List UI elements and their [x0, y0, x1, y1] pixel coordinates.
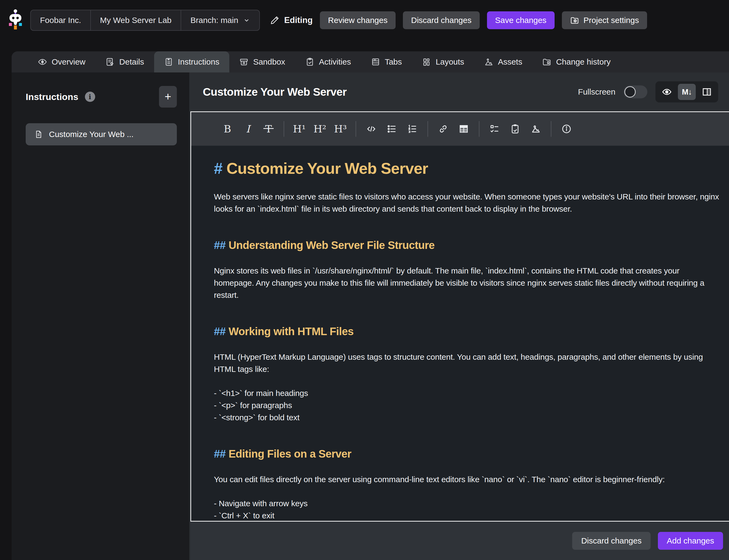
footer-discard-changes-button[interactable]: Discard changes	[572, 532, 650, 550]
tab-details[interactable]: Details	[95, 51, 154, 72]
table-icon	[458, 124, 469, 134]
insert-image-button[interactable]	[527, 119, 545, 139]
image-icon	[530, 124, 541, 134]
tab-label: Overview	[52, 57, 85, 66]
h1-text: Customize Your Web Server	[226, 159, 428, 177]
link-button[interactable]	[434, 119, 452, 139]
heading1-icon: H¹	[293, 123, 305, 135]
preview-mode-button[interactable]	[658, 84, 676, 100]
split-pane-icon	[702, 87, 712, 97]
layout-grid-icon	[422, 57, 431, 66]
tab-assets[interactable]: Assets	[474, 51, 532, 72]
tab-activities[interactable]: Activities	[295, 51, 361, 72]
sidebar-item-label: Customize Your Web ...	[49, 130, 134, 139]
tab-overview[interactable]: Overview	[28, 51, 95, 72]
tab-sandbox[interactable]: Sandbox	[229, 51, 295, 72]
sidebar-title: Instructions	[26, 92, 78, 102]
markdown-editor: B I T H¹ H² H³	[190, 111, 729, 522]
heading3-icon: H³	[334, 123, 346, 135]
breadcrumb: Foobar Inc. My Web Server Lab Branch: ma…	[30, 10, 260, 31]
markdown-document[interactable]: # Customize Your Web Server Web servers …	[191, 146, 729, 521]
bold-button[interactable]: B	[218, 119, 236, 139]
markdown-icon: M↓	[682, 88, 692, 96]
image-mountain-icon	[484, 57, 493, 66]
doc-list-item: - `<strong>` for bold text	[214, 411, 719, 424]
editing-mode-indicator: Editing	[270, 15, 312, 25]
tab-label: Change history	[556, 57, 611, 66]
task-list-button[interactable]	[486, 119, 504, 139]
editing-label: Editing	[284, 15, 312, 25]
eye-icon	[662, 87, 672, 97]
table-button[interactable]	[455, 119, 473, 139]
workspace-body: Instructions i + Customize Your Web ... …	[12, 72, 729, 560]
save-changes-label: Save changes	[495, 16, 547, 25]
sidebar-item-customize-your-web[interactable]: Customize Your Web ...	[26, 123, 177, 145]
bullet-list-icon	[387, 124, 397, 134]
doc-paragraph: Nginx stores its web files in `/usr/shar…	[214, 265, 719, 301]
fullscreen-toggle[interactable]	[624, 85, 647, 98]
h2-text: Editing Files on a Server	[228, 448, 351, 460]
info-button[interactable]	[558, 119, 575, 139]
info-icon[interactable]: i	[85, 92, 95, 102]
strikethrough-button[interactable]: T	[259, 119, 277, 139]
fullscreen-label: Fullscreen	[578, 87, 615, 96]
save-changes-button[interactable]: Save changes	[487, 11, 555, 29]
footer-add-changes-button[interactable]: Add changes	[658, 532, 723, 550]
clipboard-bookmark-button[interactable]	[506, 119, 524, 139]
link-icon	[438, 124, 449, 134]
h2-hashes: ##	[214, 325, 226, 337]
review-changes-button[interactable]: Review changes	[320, 11, 396, 29]
branch-dropdown[interactable]: Branch: main	[181, 10, 259, 30]
tab-layouts[interactable]: Layouts	[412, 51, 474, 72]
discard-changes-button[interactable]: Discard changes	[403, 11, 480, 29]
tab-label: Layouts	[436, 57, 464, 66]
heading2-icon: H²	[313, 123, 326, 135]
heading3-button[interactable]: H³	[331, 119, 349, 139]
heading1-button[interactable]: H¹	[290, 119, 308, 139]
folder-bookmark-icon	[542, 57, 551, 66]
toolbar-divider	[479, 121, 480, 137]
toolbar-divider	[551, 121, 551, 137]
bullet-list-button[interactable]	[383, 119, 401, 139]
notebook-icon	[164, 57, 173, 66]
eye-icon	[38, 57, 47, 66]
h2-text: Working with HTML Files	[228, 325, 354, 337]
org-switcher[interactable]: Foobar Inc.	[31, 10, 91, 30]
split-view-button[interactable]	[698, 84, 716, 100]
tab-label: Details	[119, 57, 144, 66]
ordered-list-button[interactable]	[404, 119, 421, 139]
ordered-list-icon	[407, 124, 418, 134]
instructions-sidebar: Instructions i + Customize Your Web ...	[12, 72, 189, 560]
org-label: Foobar Inc.	[40, 16, 81, 25]
tab-tabs[interactable]: Tabs	[361, 51, 412, 72]
toggle-knob	[624, 86, 636, 98]
task-list-icon	[489, 124, 500, 134]
chevron-down-icon	[243, 17, 250, 24]
heading2-button[interactable]: H²	[311, 119, 329, 139]
tab-change-history[interactable]: Change history	[532, 51, 621, 72]
footer-add-label: Add changes	[667, 536, 714, 545]
doc-list: - `<h1>` for main headings - `<p>` for p…	[214, 387, 719, 424]
box-icon	[239, 57, 248, 66]
project-settings-button[interactable]: Project settings	[562, 11, 647, 29]
toolbar-divider	[428, 121, 428, 137]
robot-logo-icon	[6, 9, 24, 32]
doc-paragraph: Web servers like nginx serve static file…	[214, 191, 719, 215]
code-button[interactable]	[362, 119, 380, 139]
editor-header-controls: Fullscreen M↓	[578, 81, 718, 102]
doc-list-item: - `Ctrl + X` to exit	[214, 509, 719, 521]
tab-label: Activities	[319, 57, 351, 66]
doc-heading-2: ## Working with HTML Files	[214, 324, 719, 338]
h1-hashes: #	[214, 159, 222, 177]
project-settings-label: Project settings	[584, 16, 639, 25]
add-instruction-button[interactable]: +	[159, 86, 177, 108]
project-switcher[interactable]: My Web Server Lab	[91, 10, 181, 30]
doc-list-item: - `<h1>` for main headings	[214, 387, 719, 399]
code-icon	[366, 124, 377, 134]
doc-heading-2: ## Understanding Web Server File Structu…	[214, 238, 719, 252]
editor-footer: Discard changes Add changes	[190, 522, 729, 560]
italic-button[interactable]: I	[239, 119, 257, 139]
rows-icon	[371, 57, 380, 66]
tab-instructions[interactable]: Instructions	[154, 51, 229, 72]
markdown-mode-button[interactable]: M↓	[678, 84, 696, 100]
